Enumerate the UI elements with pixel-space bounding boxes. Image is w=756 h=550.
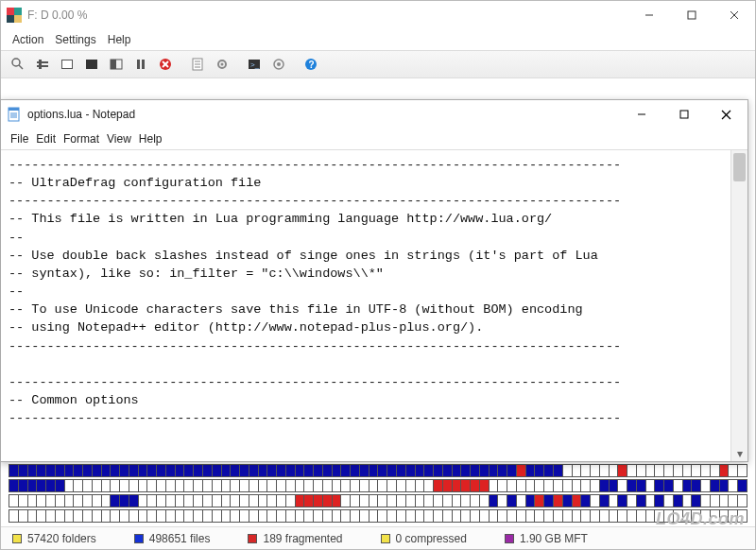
svg-rect-17	[111, 60, 116, 69]
svg-rect-0	[7, 8, 14, 15]
cancel-icon[interactable]	[154, 54, 177, 75]
svg-rect-19	[142, 60, 145, 69]
notepad-titlebar[interactable]: options.lua - Notepad	[1, 100, 747, 129]
status-fragmented: 189 fragmented	[248, 532, 342, 545]
notepad-window-controls	[620, 100, 747, 129]
notepad-icon	[7, 107, 22, 122]
notepad-menu-view[interactable]: View	[105, 132, 133, 146]
svg-rect-18	[137, 60, 140, 69]
status-mft: 1.90 GB MFT	[505, 532, 588, 545]
quickoptimize-icon[interactable]	[105, 54, 128, 75]
svg-rect-1	[14, 8, 22, 15]
svg-rect-41	[680, 111, 688, 118]
fulloptimize-icon[interactable]	[80, 54, 103, 75]
svg-rect-3	[14, 15, 22, 23]
notepad-title: options.lua - Notepad	[27, 108, 135, 121]
menu-help[interactable]: Help	[108, 33, 131, 46]
svg-point-32	[277, 62, 281, 66]
gear-icon[interactable]	[211, 54, 233, 75]
pause-icon[interactable]	[129, 54, 152, 75]
svg-rect-36	[9, 108, 19, 111]
cogwheel-icon[interactable]	[267, 54, 290, 75]
status-compressed: 0 compressed	[381, 532, 467, 545]
cluster-row	[9, 479, 747, 492]
svg-point-28	[221, 63, 224, 66]
svg-rect-5	[688, 11, 696, 19]
svg-rect-11	[37, 65, 48, 67]
svg-rect-2	[7, 15, 14, 23]
maximize-button[interactable]	[670, 1, 713, 29]
notepad-menu-edit[interactable]: Edit	[34, 132, 58, 146]
notepad-body: ----------------------------------------…	[1, 149, 747, 461]
main-toolbar: >_ ?	[1, 50, 755, 78]
svg-rect-14	[62, 60, 72, 68]
main-window-controls	[627, 1, 755, 29]
defrag-icon[interactable]	[31, 54, 54, 75]
notepad-menu-file[interactable]: File	[9, 132, 30, 146]
notepad-menu-format[interactable]: Format	[61, 132, 101, 146]
cluster-row	[9, 509, 747, 523]
notepad-scrollbar[interactable]: ▾	[730, 150, 747, 461]
menu-settings[interactable]: Settings	[55, 33, 95, 46]
app-icon	[7, 8, 22, 23]
cluster-row	[9, 494, 747, 507]
status-files: 498651 files	[134, 532, 211, 545]
svg-rect-12	[39, 60, 42, 69]
statusbar: 57420 folders 498651 files 189 fragmente…	[1, 526, 755, 549]
notepad-window: options.lua - Notepad File Edit Format V…	[0, 99, 748, 462]
cluster-row	[9, 464, 747, 477]
main-titlebar: F: D 0.00 %	[1, 1, 755, 29]
status-folders: 57420 folders	[12, 532, 96, 545]
cluster-map	[1, 460, 755, 526]
help-icon[interactable]: ?	[300, 54, 322, 75]
notepad-textarea[interactable]: ----------------------------------------…	[1, 150, 730, 461]
minimize-button[interactable]	[627, 1, 670, 29]
notepad-menubar: File Edit Format View Help	[1, 129, 747, 149]
notepad-menu-help[interactable]: Help	[137, 132, 164, 146]
watermark: LO4D.com	[656, 509, 745, 529]
terminal-icon[interactable]: >_	[243, 54, 266, 75]
svg-line-9	[19, 65, 23, 69]
svg-text:>_: >_	[250, 60, 260, 69]
main-menubar: Action Settings Help	[1, 29, 755, 50]
notepad-minimize-button[interactable]	[620, 100, 662, 129]
script-icon[interactable]	[186, 54, 209, 75]
analyze-icon[interactable]	[56, 54, 78, 75]
notepad-close-button[interactable]	[705, 100, 747, 129]
svg-rect-15	[86, 60, 97, 69]
notepad-maximize-button[interactable]	[662, 100, 705, 129]
menu-action[interactable]: Action	[12, 33, 43, 46]
magnifier-icon[interactable]	[7, 54, 29, 75]
main-title: F: D 0.00 %	[27, 9, 87, 22]
svg-point-8	[12, 59, 20, 66]
scroll-down-icon[interactable]: ▾	[731, 445, 747, 461]
svg-rect-10	[37, 61, 48, 63]
scrollbar-thumb[interactable]	[733, 153, 746, 181]
svg-text:?: ?	[309, 60, 315, 70]
close-button[interactable]	[713, 1, 755, 29]
